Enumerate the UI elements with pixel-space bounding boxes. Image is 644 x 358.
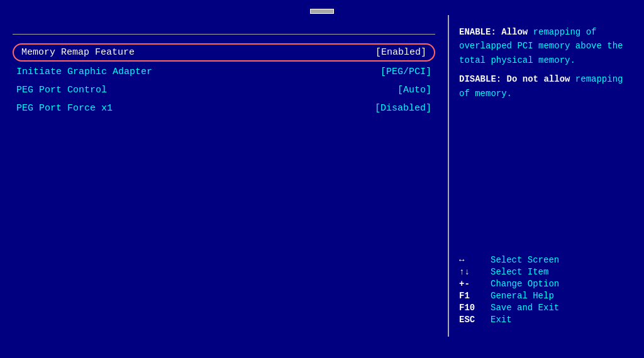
menu-item-value-3: [Disabled] [375,103,431,114]
key-row-3: F1General Help [459,291,634,301]
help-bold-0: ENABLE: Allow [459,27,528,37]
menu-item-0[interactable]: Memory Remap Feature[Enabled] [13,43,435,62]
menu-item-label-3: PEG Port Force x1 [16,103,113,114]
menu-item-value-2: [Auto] [397,85,431,95]
menu-item-label-0: Memory Remap Feature [21,47,135,58]
key-help: ↔Select Screen↑↓Select Item+-Change Opti… [459,255,634,327]
key-name-1: ↑↓ [459,267,491,277]
menu-item-2[interactable]: PEG Port Control[Auto] [13,82,435,98]
main-content: Memory Remap Feature[Enabled]Initiate Gr… [0,15,644,337]
key-desc-0: Select Screen [491,255,559,265]
key-name-3: F1 [459,291,491,301]
divider [13,34,435,35]
menu-item-label-2: PEG Port Control [16,85,107,95]
key-row-4: F10Save and Exit [459,303,634,313]
key-row-5: ESCExit [459,315,634,325]
key-desc-3: General Help [491,291,554,301]
key-row-0: ↔Select Screen [459,255,634,265]
right-panel: ENABLE: Allow remapping of overlapped PC… [449,15,644,337]
key-name-4: F10 [459,303,491,313]
help-bold-1: DISABLE: Do not allow [459,74,570,84]
left-panel: Memory Remap Feature[Enabled]Initiate Gr… [0,15,449,337]
menu-item-1[interactable]: Initiate Graphic Adapter[PEG/PCI] [13,64,435,80]
key-name-2: +- [459,279,491,289]
key-desc-1: Select Item [491,267,548,277]
key-desc-5: Exit [491,315,512,325]
key-name-0: ↔ [459,255,491,265]
bios-title [0,0,644,8]
help-text-area: ENABLE: Allow remapping of overlapped PC… [459,25,634,106]
menu-item-label-1: Initiate Graphic Adapter [16,67,152,77]
help-block-1: DISABLE: Do not allow remapping of memor… [459,72,634,100]
help-block-0: ENABLE: Allow remapping of overlapped PC… [459,25,634,67]
key-name-5: ESC [459,315,491,325]
menu-item-value-1: [PEG/PCI] [380,67,431,77]
key-desc-4: Save and Exit [491,303,559,313]
menu-item-3[interactable]: PEG Port Force x1[Disabled] [13,100,435,116]
menu-item-value-0: [Enabled] [375,47,426,58]
key-row-1: ↑↓Select Item [459,267,634,277]
menu-items: Memory Remap Feature[Enabled]Initiate Gr… [13,43,435,116]
key-desc-2: Change Option [491,279,559,289]
key-row-2: +-Change Option [459,279,634,289]
tab-bar [0,8,644,15]
tab-advanced[interactable] [310,9,334,14]
spacer [459,106,634,249]
